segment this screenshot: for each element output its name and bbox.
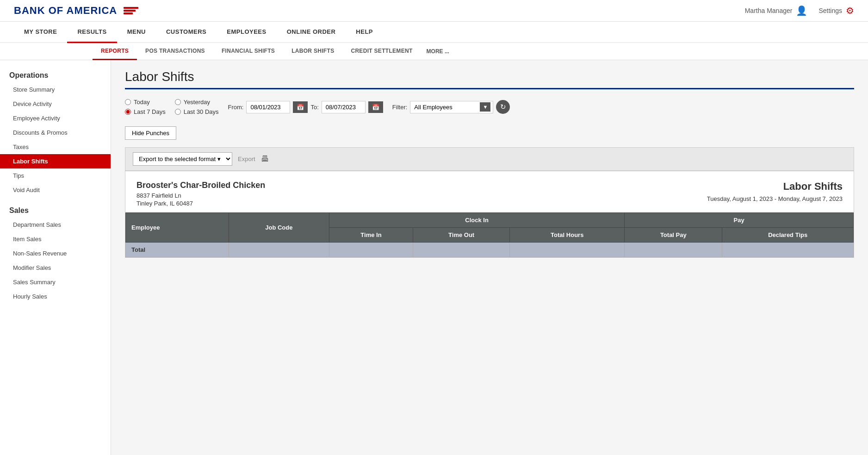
col-header-totalpay: Total Pay <box>625 228 722 243</box>
subnav-more[interactable]: MORE ... <box>421 44 455 59</box>
sidebar-item-discounts-promos[interactable]: Discounts & Promos <box>0 125 111 140</box>
export-bar: Export to the selected format ▾ Export 🖶 <box>125 147 854 171</box>
to-calendar-button[interactable]: 📅 <box>368 101 383 113</box>
report-container: Export to the selected format ▾ Export 🖶… <box>125 147 854 258</box>
table-row-total: Total <box>126 243 854 257</box>
sidebar-item-modifier-sales[interactable]: Modifier Sales <box>0 261 111 275</box>
subnav-financial-shifts[interactable]: FINANCIAL SHIFTS <box>213 43 283 60</box>
settings-label: Settings <box>818 7 842 14</box>
refresh-button[interactable]: ↻ <box>496 100 510 114</box>
store-address-line2: Tinley Park, IL 60487 <box>136 200 265 207</box>
col-header-timeout: Time Out <box>413 228 510 243</box>
subnav-labor-shifts[interactable]: LABOR SHIFTS <box>283 43 342 60</box>
sidebar-item-store-summary[interactable]: Store Summary <box>0 82 111 97</box>
radio-last30[interactable]: Last 30 Days <box>175 108 219 115</box>
sidebar-item-labor-shifts[interactable]: Labor Shifts <box>0 154 111 168</box>
store-name: Brooster's Char-Broiled Chicken <box>136 181 265 190</box>
layout: Operations Store Summary Device Activity… <box>0 60 868 455</box>
sidebar-item-non-sales-revenue[interactable]: Non-Sales Revenue <box>0 246 111 261</box>
gear-icon: ⚙ <box>846 5 854 16</box>
subnav-pos-transactions[interactable]: POS TRANSACTIONS <box>137 43 213 60</box>
report-area: Brooster's Char-Broiled Chicken 8837 Fai… <box>125 171 854 258</box>
total-timeout <box>413 243 510 257</box>
nav-item-results[interactable]: RESULTS <box>67 22 117 43</box>
radio-last30-label: Last 30 Days <box>184 108 219 115</box>
col-header-jobcode: Job Code <box>229 213 329 243</box>
export-button[interactable]: Export <box>238 156 255 162</box>
sidebar-item-department-sales[interactable]: Department Sales <box>0 218 111 232</box>
subnav-credit-settlement[interactable]: CREDIT SETTLEMENT <box>342 43 421 60</box>
main-nav: MY STORE RESULTS MENU CUSTOMERS EMPLOYEE… <box>0 22 868 43</box>
export-format-select[interactable]: Export to the selected format ▾ <box>133 152 232 166</box>
blue-divider <box>125 88 854 89</box>
total-tips <box>722 243 854 257</box>
sidebar-item-void-audit[interactable]: Void Audit <box>0 183 111 197</box>
col-header-timein: Time In <box>329 228 413 243</box>
print-button[interactable]: 🖶 <box>261 154 269 164</box>
report-title: Labor Shifts <box>707 181 843 193</box>
nav-item-menu[interactable]: MENU <box>117 22 156 43</box>
col-header-declaredtips: Declared Tips <box>722 228 854 243</box>
store-address-line1: 8837 Fairfield Ln <box>136 192 265 199</box>
user-area[interactable]: Martha Manager 👤 <box>745 5 808 16</box>
total-jobcode <box>229 243 329 257</box>
radio-yesterday[interactable]: Yesterday <box>175 99 219 106</box>
filter-row: Today Last 7 Days Yesterday Last 30 Days <box>125 99 854 115</box>
nav-item-customers[interactable]: CUSTOMERS <box>156 22 217 43</box>
report-header: Brooster's Char-Broiled Chicken 8837 Fai… <box>125 171 854 212</box>
settings-area[interactable]: Settings ⚙ <box>818 5 854 16</box>
nav-item-onlineorder[interactable]: ONLINE ORDER <box>277 22 346 43</box>
sidebar-item-sales-summary[interactable]: Sales Summary <box>0 275 111 289</box>
logo-area: BANK OF AMERICA <box>14 5 138 17</box>
user-name: Martha Manager <box>745 7 793 14</box>
radio-yesterday-label: Yesterday <box>184 99 210 106</box>
report-table: Employee Job Code Clock In Pay Time In T… <box>125 212 854 257</box>
col-header-totalhours: Total Hours <box>510 228 625 243</box>
logo-text: BANK OF AMERICA <box>14 5 117 17</box>
radio-group-top: Today Last 7 Days <box>125 99 166 115</box>
radio-last7[interactable]: Last 7 Days <box>125 108 166 115</box>
radio-today-input[interactable] <box>125 99 131 105</box>
col-group-pay: Pay <box>625 213 854 228</box>
from-calendar-button[interactable]: 📅 <box>293 101 308 113</box>
nav-item-mystore[interactable]: MY STORE <box>14 22 67 43</box>
radio-last30-input[interactable] <box>175 109 181 115</box>
sidebar-item-employee-activity[interactable]: Employee Activity <box>0 111 111 125</box>
logo-flag-icon <box>124 7 138 14</box>
from-date-input[interactable] <box>246 101 290 113</box>
to-date-input[interactable] <box>322 101 366 113</box>
nav-item-help[interactable]: HELP <box>346 22 383 43</box>
header: BANK OF AMERICA Martha Manager 👤 Setting… <box>0 0 868 22</box>
total-hours <box>510 243 625 257</box>
total-cell: Total <box>126 243 229 257</box>
filter-select[interactable]: All Employees <box>410 101 493 113</box>
radio-today-label: Today <box>134 99 150 106</box>
radio-today[interactable]: Today <box>125 99 166 106</box>
nav-item-employees[interactable]: EMPLOYEES <box>217 22 276 43</box>
sidebar-item-hourly-sales[interactable]: Hourly Sales <box>0 289 111 304</box>
subnav-reports[interactable]: REPORTS <box>93 43 137 60</box>
col-header-employee: Employee <box>126 213 229 243</box>
radio-group-bottom: Yesterday Last 30 Days <box>175 99 219 115</box>
filter-label: Filter: <box>392 104 408 111</box>
radio-last7-label: Last 7 Days <box>134 108 166 115</box>
date-range: From: 📅 To: 📅 <box>228 101 383 113</box>
to-label: To: <box>310 104 318 111</box>
sub-nav: REPORTS POS TRANSACTIONS FINANCIAL SHIFT… <box>0 43 868 60</box>
page-title: Labor Shifts <box>125 69 854 84</box>
radio-yesterday-input[interactable] <box>175 99 181 105</box>
hide-punches-button[interactable]: Hide Punches <box>125 126 176 140</box>
total-timein <box>329 243 413 257</box>
sidebar: Operations Store Summary Device Activity… <box>0 60 111 455</box>
sidebar-item-device-activity[interactable]: Device Activity <box>0 97 111 111</box>
store-info: Brooster's Char-Broiled Chicken 8837 Fai… <box>136 181 265 208</box>
sidebar-item-tips[interactable]: Tips <box>0 168 111 183</box>
report-title-right: Labor Shifts Tuesday, August 1, 2023 - M… <box>707 181 843 202</box>
sidebar-item-taxes[interactable]: Taxes <box>0 140 111 154</box>
from-label: From: <box>228 104 244 111</box>
user-icon: 👤 <box>796 5 807 16</box>
radio-last7-input[interactable] <box>125 109 131 115</box>
sidebar-section-operations: Operations <box>0 68 111 82</box>
sidebar-item-item-sales[interactable]: Item Sales <box>0 232 111 246</box>
header-right: Martha Manager 👤 Settings ⚙ <box>745 5 854 16</box>
